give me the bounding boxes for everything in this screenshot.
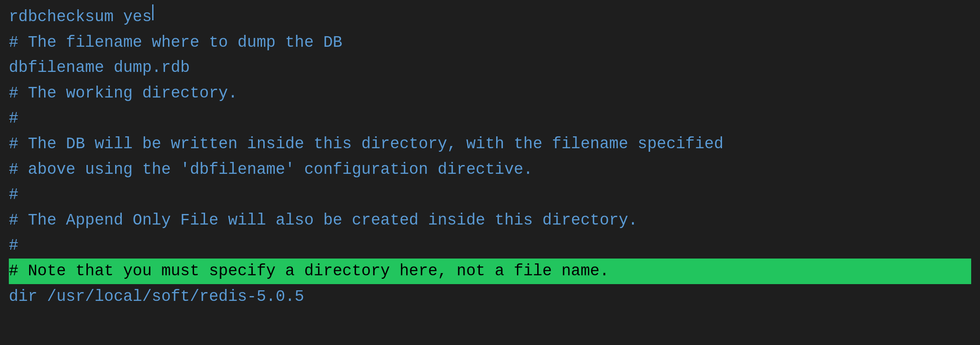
text-cursor <box>152 4 153 20</box>
code-line: # The DB will be written inside this dir… <box>9 131 971 157</box>
comment-text: # <box>9 182 19 208</box>
code-line: # The working directory. <box>9 81 971 106</box>
code-line: # <box>9 233 971 259</box>
comment-text: # Note that you must specify a directory… <box>9 259 609 284</box>
code-text: dir /usr/local/soft/redis-5.0.5 <box>9 284 304 310</box>
code-line: dir /usr/local/soft/redis-5.0.5 <box>9 284 971 310</box>
comment-text: # <box>9 106 19 131</box>
comment-text: # above using the 'dbfilename' configura… <box>9 157 533 183</box>
code-line: # <box>9 106 971 131</box>
code-line: # Note that you must specify a directory… <box>9 259 971 284</box>
code-text: rdbchecksum yes <box>9 4 152 30</box>
code-line: # <box>9 182 971 208</box>
comment-text: # The working directory. <box>9 81 237 106</box>
comment-text: # The Append Only File will also be crea… <box>9 208 638 233</box>
code-editor: rdbchecksum yes# The filename where to d… <box>0 0 980 345</box>
code-line: # The Append Only File will also be crea… <box>9 208 971 233</box>
comment-text: # The DB will be written inside this dir… <box>9 131 723 157</box>
code-line: # above using the 'dbfilename' configura… <box>9 157 971 183</box>
code-line: rdbchecksum yes <box>9 4 971 30</box>
comment-text: # The filename where to dump the DB <box>9 30 342 56</box>
code-line: dbfilename dump.rdb <box>9 55 971 81</box>
code-line: # The filename where to dump the DB <box>9 30 971 56</box>
code-text: dbfilename dump.rdb <box>9 55 190 81</box>
comment-text: # <box>9 233 19 259</box>
